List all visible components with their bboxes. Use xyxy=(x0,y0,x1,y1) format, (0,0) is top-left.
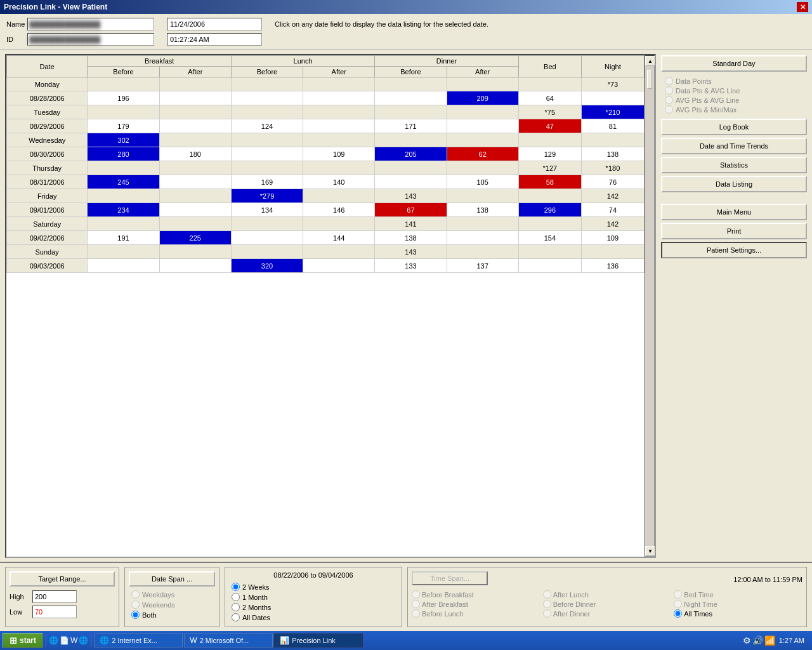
table-cell[interactable] xyxy=(518,245,581,259)
table-cell[interactable]: 134 xyxy=(231,203,303,217)
table-cell[interactable]: 225 xyxy=(159,231,231,245)
close-button[interactable]: ✕ xyxy=(797,2,808,12)
table-cell[interactable]: 234 xyxy=(88,203,159,217)
data-listing-button[interactable]: Data Listing xyxy=(661,176,807,192)
table-cell[interactable]: 47 xyxy=(518,119,581,133)
table-cell[interactable] xyxy=(159,259,231,273)
table-cell[interactable]: 58 xyxy=(518,175,581,189)
table-cell[interactable]: 74 xyxy=(581,203,644,217)
table-cell[interactable]: 146 xyxy=(303,203,375,217)
id-input[interactable]: ██████████████ xyxy=(27,33,154,46)
both-radio[interactable]: Both xyxy=(131,611,213,619)
table-cell[interactable] xyxy=(88,161,159,175)
table-cell[interactable] xyxy=(581,91,644,105)
table-cell[interactable]: 143 xyxy=(375,245,447,259)
scroll-up[interactable]: ▲ xyxy=(645,56,655,66)
weekdays-radio[interactable]: Weekdays xyxy=(131,590,213,599)
table-cell[interactable]: Friday xyxy=(7,189,88,203)
table-cell[interactable] xyxy=(581,133,644,147)
table-cell[interactable]: Saturday xyxy=(7,217,88,231)
table-cell[interactable] xyxy=(231,77,303,91)
two-weeks-radio[interactable]: 2 Weeks xyxy=(232,583,395,591)
scroll-down[interactable]: ▼ xyxy=(645,546,655,556)
table-cell[interactable]: 143 xyxy=(375,189,447,203)
table-cell[interactable]: 141 xyxy=(375,217,447,231)
one-month-radio[interactable]: 1 Month xyxy=(232,593,395,601)
table-cell[interactable] xyxy=(159,203,231,217)
table-cell[interactable]: 08/28/2006 xyxy=(7,91,88,105)
table-cell[interactable]: 191 xyxy=(88,231,159,245)
table-cell[interactable]: 205 xyxy=(375,147,447,161)
data-points-radio[interactable]: Data Points xyxy=(665,77,803,85)
table-cell[interactable] xyxy=(303,161,375,175)
table-cell[interactable]: 67 xyxy=(375,203,447,217)
table-cell[interactable] xyxy=(447,105,518,119)
table-cell[interactable] xyxy=(231,91,303,105)
table-cell[interactable]: 138 xyxy=(447,203,518,217)
table-cell[interactable]: 196 xyxy=(88,91,159,105)
table-cell[interactable]: Monday xyxy=(7,77,88,91)
standard-day-button[interactable]: Standard Day xyxy=(661,55,807,72)
table-cell[interactable] xyxy=(159,245,231,259)
table-cell[interactable] xyxy=(375,77,447,91)
table-cell[interactable] xyxy=(159,217,231,231)
table-cell[interactable] xyxy=(375,133,447,147)
table-cell[interactable]: 76 xyxy=(581,175,644,189)
after-dinner-ts[interactable]: After Dinner xyxy=(543,609,672,618)
statistics-button[interactable]: Statistics xyxy=(661,157,807,173)
before-dinner-ts[interactable]: Before Dinner xyxy=(543,600,672,608)
table-cell[interactable] xyxy=(518,189,581,203)
print-button[interactable]: Print xyxy=(661,223,807,239)
table-cell[interactable] xyxy=(303,245,375,259)
table-cell[interactable]: Sunday xyxy=(7,245,88,259)
table-cell[interactable] xyxy=(447,231,518,245)
table-cell[interactable]: 137 xyxy=(447,259,518,273)
all-dates-radio[interactable]: All Dates xyxy=(232,613,395,621)
table-cell[interactable]: *73 xyxy=(581,77,644,91)
table-cell[interactable] xyxy=(231,105,303,119)
table-cell[interactable] xyxy=(581,245,644,259)
table-cell[interactable]: 180 xyxy=(159,147,231,161)
table-scrollbar[interactable]: ▲ ▼ xyxy=(645,55,655,557)
table-cell[interactable]: *210 xyxy=(581,105,644,119)
table-cell[interactable]: 81 xyxy=(581,119,644,133)
table-cell[interactable]: 133 xyxy=(375,259,447,273)
table-cell[interactable] xyxy=(447,77,518,91)
low-input[interactable] xyxy=(32,606,77,618)
table-cell[interactable]: 320 xyxy=(231,259,303,273)
table-cell[interactable]: 124 xyxy=(231,119,303,133)
table-cell[interactable]: 142 xyxy=(581,189,644,203)
table-cell[interactable] xyxy=(88,105,159,119)
table-cell[interactable] xyxy=(159,77,231,91)
two-months-radio[interactable]: 2 Months xyxy=(232,603,395,611)
table-cell[interactable]: 129 xyxy=(518,147,581,161)
table-cell[interactable] xyxy=(447,119,518,133)
table-cell[interactable] xyxy=(88,189,159,203)
after-lunch-ts[interactable]: After Lunch xyxy=(543,590,672,599)
table-cell[interactable]: 109 xyxy=(581,231,644,245)
bed-time-ts[interactable]: Bed Time xyxy=(674,590,802,599)
night-time-ts[interactable]: Night Time xyxy=(674,600,802,608)
table-cell[interactable]: 302 xyxy=(88,133,159,147)
table-cell[interactable]: *180 xyxy=(581,161,644,175)
table-cell[interactable]: 105 xyxy=(447,175,518,189)
table-cell[interactable] xyxy=(159,119,231,133)
table-cell[interactable] xyxy=(159,189,231,203)
table-cell[interactable]: 08/29/2006 xyxy=(7,119,88,133)
table-cell[interactable]: *127 xyxy=(518,161,581,175)
table-cell[interactable] xyxy=(303,119,375,133)
table-cell[interactable]: 280 xyxy=(88,147,159,161)
table-cell[interactable]: 209 xyxy=(447,91,518,105)
table-cell[interactable]: 109 xyxy=(303,147,375,161)
table-cell[interactable] xyxy=(447,161,518,175)
table-cell[interactable] xyxy=(375,91,447,105)
table-cell[interactable]: 62 xyxy=(447,147,518,161)
table-cell[interactable]: 142 xyxy=(581,217,644,231)
table-cell[interactable]: 08/31/2006 xyxy=(7,175,88,189)
avg-pts-minmax-radio[interactable]: AVG Pts & Min/Max xyxy=(665,105,803,114)
table-cell[interactable] xyxy=(375,175,447,189)
table-cell[interactable] xyxy=(88,259,159,273)
table-cell[interactable] xyxy=(231,147,303,161)
table-cell[interactable] xyxy=(231,133,303,147)
all-times-ts[interactable]: All Times xyxy=(674,609,802,618)
